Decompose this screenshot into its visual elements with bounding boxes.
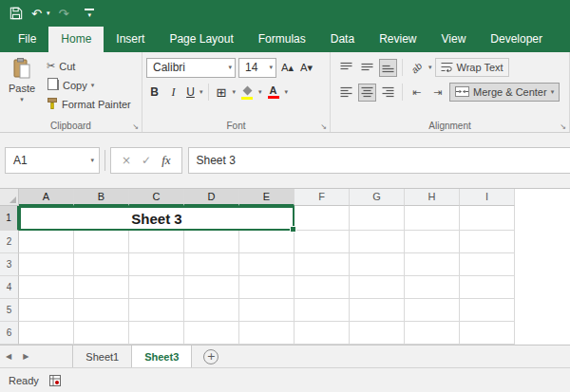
font-size-select[interactable]: 14 ▾ <box>238 58 276 78</box>
font-color-button[interactable]: A <box>265 83 282 102</box>
ribbon-tab-file[interactable]: File <box>6 27 48 52</box>
font-dialog-launcher-icon[interactable]: ↘ <box>320 122 327 131</box>
ribbon-tab-formulas[interactable]: Formulas <box>246 27 318 52</box>
align-right-button[interactable] <box>379 84 397 102</box>
grid-cell-b4[interactable] <box>74 276 129 299</box>
merged-cell-a1-e1[interactable]: Sheet 3 <box>19 206 294 231</box>
sheet-scroll-right-icon[interactable]: ▶ <box>17 345 34 367</box>
grid-cell-d3[interactable] <box>184 253 239 276</box>
ribbon-tab-page-layout[interactable]: Page Layout <box>157 27 245 52</box>
sheet-scroll-left-icon[interactable]: ◀ <box>0 345 17 367</box>
grid-cell-c5[interactable] <box>129 299 184 322</box>
grid-cell-h2[interactable] <box>405 231 460 253</box>
grid-cell-e5[interactable] <box>239 299 294 322</box>
grid-cell-f6[interactable] <box>294 322 350 345</box>
align-left-button[interactable] <box>337 84 355 102</box>
decrease-indent-button[interactable]: ⇤ <box>408 84 426 102</box>
orientation-dropdown-icon[interactable]: ▾ <box>428 64 432 71</box>
align-middle-button[interactable] <box>358 59 376 77</box>
underline-dropdown-icon[interactable]: ▾ <box>200 88 203 96</box>
clipboard-dialog-launcher-icon[interactable]: ↘ <box>132 122 139 131</box>
wrap-text-button[interactable]: Wrap Text <box>435 58 509 77</box>
name-box-dropdown-icon[interactable]: ▾ <box>90 157 94 164</box>
sheet-tab-sheet1[interactable]: Sheet1 <box>72 345 132 367</box>
font-size-dropdown-icon[interactable]: ▾ <box>266 64 273 71</box>
grid-cell-a2[interactable] <box>19 231 74 253</box>
enter-icon[interactable]: ✓ <box>142 154 151 167</box>
grid-cell-h6[interactable] <box>405 322 460 345</box>
increase-indent-button[interactable]: ⇥ <box>428 84 446 102</box>
grid-cell-e3[interactable] <box>239 253 294 276</box>
underline-button[interactable]: U <box>184 83 197 102</box>
row-header-1[interactable]: 1 <box>0 206 19 231</box>
grid-cell-i2[interactable] <box>460 231 515 253</box>
column-header-b[interactable]: B <box>74 189 129 206</box>
merge-center-dropdown-icon[interactable]: ▾ <box>551 88 555 96</box>
column-header-e[interactable]: E <box>239 189 294 206</box>
grid-cell-g4[interactable] <box>350 276 405 299</box>
grid-cell-f3[interactable] <box>294 253 350 276</box>
grid-cell-a6[interactable] <box>19 322 74 345</box>
customize-quick-access-button[interactable]: ▾ <box>85 9 94 19</box>
fill-color-button[interactable] <box>238 83 256 102</box>
bold-button[interactable]: B <box>146 83 162 102</box>
paste-button[interactable]: Paste ▾ <box>4 55 40 114</box>
grid-cell-h5[interactable] <box>405 299 460 322</box>
grid-cell-h4[interactable] <box>405 276 460 299</box>
ribbon-tab-home[interactable]: Home <box>48 27 104 52</box>
grid-cell-i1[interactable] <box>460 206 515 231</box>
column-header-h[interactable]: H <box>405 189 460 206</box>
grid-cell-i4[interactable] <box>460 276 515 299</box>
column-header-d[interactable]: D <box>184 189 239 206</box>
align-center-button[interactable] <box>358 84 376 102</box>
row-header-4[interactable]: 4 <box>0 276 19 299</box>
column-header-g[interactable]: G <box>350 189 405 206</box>
grid-cell-b3[interactable] <box>74 253 129 276</box>
column-header-a[interactable]: A <box>19 189 74 206</box>
grid-cell-g1[interactable] <box>350 206 405 231</box>
grid-cell-f5[interactable] <box>294 299 350 322</box>
grid-cell-g3[interactable] <box>350 253 405 276</box>
format-painter-button[interactable]: Format Painter <box>45 95 133 113</box>
grid-cell-c4[interactable] <box>129 276 184 299</box>
grid-cell-a3[interactable] <box>19 253 74 276</box>
grid-cell-b6[interactable] <box>74 322 129 345</box>
grid-cell-i3[interactable] <box>460 253 515 276</box>
ribbon-tab-review[interactable]: Review <box>367 27 428 52</box>
name-box[interactable]: A1 ▾ <box>5 147 100 174</box>
grid-cell-d6[interactable] <box>184 322 239 345</box>
insert-function-icon[interactable]: fx <box>162 153 170 168</box>
align-bottom-button[interactable] <box>379 59 397 77</box>
macro-record-button[interactable] <box>49 375 61 386</box>
copy-button[interactable]: Copy ▾ <box>45 76 133 94</box>
row-header-6[interactable]: 6 <box>0 322 19 345</box>
grid-cell-e2[interactable] <box>239 231 294 253</box>
font-name-dropdown-icon[interactable]: ▾ <box>225 64 232 71</box>
redo-button[interactable]: ↷ <box>58 8 68 20</box>
borders-button[interactable]: ⊞ <box>214 83 230 102</box>
merge-center-button[interactable]: Merge & Center ▾ <box>449 83 560 102</box>
grid-cell-g2[interactable] <box>350 231 405 253</box>
sheet-tab-sheet3[interactable]: Sheet3 <box>132 345 192 367</box>
align-top-button[interactable] <box>337 59 355 77</box>
grid-cell-d2[interactable] <box>184 231 239 253</box>
undo-dropdown-icon[interactable]: ▾ <box>47 9 50 17</box>
grid-cell-b5[interactable] <box>74 299 129 322</box>
italic-button[interactable]: I <box>165 83 181 102</box>
grid-cell-b2[interactable] <box>74 231 129 253</box>
ribbon-tab-insert[interactable]: Insert <box>104 27 157 52</box>
grid-cell-d5[interactable] <box>184 299 239 322</box>
grid-cell-i6[interactable] <box>460 322 515 345</box>
grid-cell-g5[interactable] <box>350 299 405 322</box>
increase-font-size-button[interactable]: A▴ <box>279 62 295 74</box>
grid-cell-a4[interactable] <box>19 276 74 299</box>
grid-cell-f1[interactable] <box>294 206 350 231</box>
grid-cell-a5[interactable] <box>19 299 74 322</box>
select-all-corner[interactable] <box>0 189 19 206</box>
column-header-i[interactable]: I <box>460 189 515 206</box>
grid-cell-f4[interactable] <box>294 276 350 299</box>
grid-cell-f2[interactable] <box>294 231 350 253</box>
grid-cell-i5[interactable] <box>460 299 515 322</box>
new-sheet-button[interactable]: + <box>203 349 218 364</box>
grid-cell-h3[interactable] <box>405 253 460 276</box>
